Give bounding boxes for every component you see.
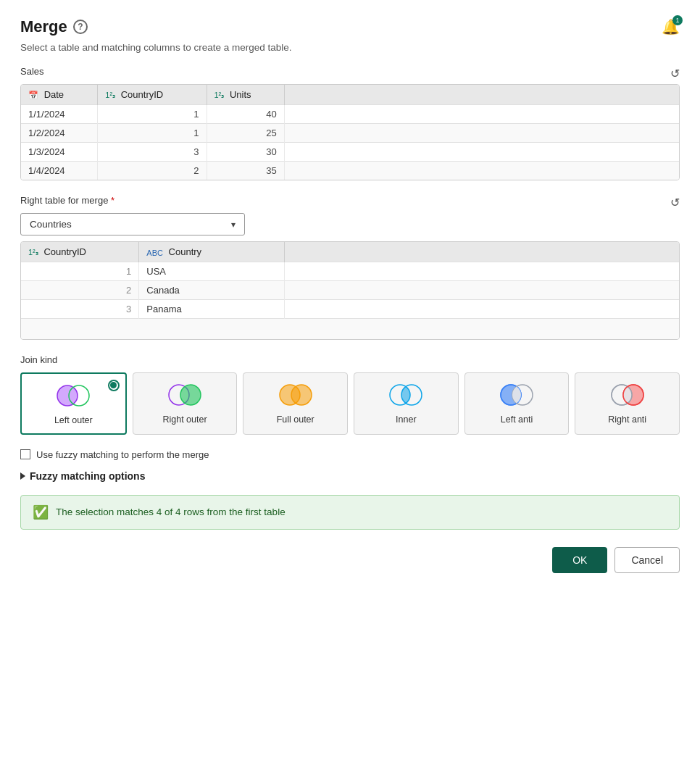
page-header: Merge ? 🔔 1 bbox=[20, 17, 680, 36]
countries-name-2: Canada bbox=[139, 281, 284, 300]
bell-badge: 1 bbox=[672, 15, 683, 25]
ok-button[interactable]: OK bbox=[552, 547, 607, 573]
chevron-right-icon bbox=[20, 472, 25, 480]
right-table-dropdown[interactable]: Countries ▾ bbox=[20, 213, 245, 235]
table-row: 1/3/2024 3 30 bbox=[21, 143, 679, 162]
right-table-section: Right table for merge * ↺ Countries ▾ 1²… bbox=[20, 195, 680, 340]
sales-table-label: Sales bbox=[20, 66, 44, 77]
cell-countryid-1: 1 bbox=[98, 105, 207, 124]
fuzzy-options-label: Fuzzy matching options bbox=[30, 470, 145, 482]
join-card-label-left-anti: Left anti bbox=[501, 414, 533, 425]
title-row: Merge ? bbox=[20, 17, 88, 36]
dropdown-value: Countries bbox=[30, 219, 72, 230]
sales-table-header: Sales ↺ bbox=[20, 66, 680, 81]
join-card-left-outer[interactable]: Left outer bbox=[20, 372, 127, 435]
cell-units-3: 30 bbox=[207, 143, 284, 162]
join-card-right-outer[interactable]: Right outer bbox=[133, 372, 238, 435]
join-card-right-anti[interactable]: Right anti bbox=[575, 372, 680, 435]
cell-empty-1 bbox=[284, 105, 679, 124]
venn-right-anti-icon bbox=[609, 382, 646, 408]
right-table-label: Right table for merge * bbox=[20, 195, 114, 206]
cell-date-4: 1/4/2024 bbox=[21, 162, 98, 180]
right-table-header-row: Right table for merge * ↺ bbox=[20, 195, 680, 210]
required-star: * bbox=[111, 195, 114, 206]
table-row: 1/1/2024 1 40 bbox=[21, 105, 679, 124]
join-card-radio-inner bbox=[110, 382, 117, 388]
table-row: 3 Panama bbox=[21, 300, 679, 319]
countries-col-empty bbox=[284, 242, 679, 262]
countries-name-3: Panama bbox=[139, 300, 284, 319]
cell-date-1: 1/1/2024 bbox=[21, 105, 98, 124]
dropdown-row: Countries ▾ bbox=[20, 213, 680, 235]
venn-inner-icon bbox=[387, 382, 425, 408]
cell-countryid-3: 3 bbox=[98, 143, 207, 162]
venn-left-anti-icon bbox=[498, 382, 536, 408]
join-card-inner[interactable]: Inner bbox=[354, 372, 459, 435]
table-row bbox=[21, 319, 679, 339]
sales-table-wrapper: 📅 Date 1²₃ CountryID 1²₃ Units 1/1/2024 … bbox=[20, 84, 680, 180]
table-row: 1/2/2024 1 25 bbox=[21, 124, 679, 143]
join-card-label-full-outer: Full outer bbox=[277, 414, 314, 425]
cell-empty-2 bbox=[284, 124, 679, 143]
countries-id-1: 1 bbox=[21, 262, 139, 281]
svg-point-0 bbox=[57, 385, 78, 406]
sales-refresh-icon[interactable]: ↺ bbox=[670, 67, 680, 80]
footer-buttons: OK Cancel bbox=[20, 547, 680, 573]
fuzzy-row: Use fuzzy matching to perform the merge bbox=[20, 449, 680, 460]
venn-full-outer-icon bbox=[277, 382, 314, 408]
svg-point-3 bbox=[180, 385, 201, 405]
cell-empty-3 bbox=[284, 143, 679, 162]
join-card-label-right-anti: Right anti bbox=[608, 414, 646, 425]
table-row: 1/4/2024 2 35 bbox=[21, 162, 679, 180]
join-card-label-right-outer: Right outer bbox=[162, 414, 207, 425]
success-banner: ✅ The selection matches 4 of 4 rows from… bbox=[20, 495, 680, 530]
sales-col-countryid[interactable]: 1²₃ CountryID bbox=[98, 85, 207, 105]
svg-point-5 bbox=[291, 385, 312, 405]
countries-table-wrapper: 1²₃ CountryID ABC Country 1 USA bbox=[20, 241, 680, 340]
countries-empty-row bbox=[21, 319, 679, 339]
join-card-full-outer[interactable]: Full outer bbox=[243, 372, 348, 435]
cancel-button[interactable]: Cancel bbox=[614, 547, 680, 573]
cell-empty-4 bbox=[284, 162, 679, 180]
join-kind-section: Join kind Left outer Right outer bbox=[20, 354, 680, 435]
page-title: Merge bbox=[20, 17, 67, 36]
sales-col-units[interactable]: 1²₃ Units bbox=[207, 85, 284, 105]
countries-empty-2 bbox=[284, 281, 679, 300]
success-text: The selection matches 4 of 4 rows from t… bbox=[56, 506, 286, 517]
notification-bell-icon[interactable]: 🔔 1 bbox=[662, 18, 680, 36]
join-card-radio-left-outer bbox=[108, 380, 120, 391]
join-kind-label: Join kind bbox=[20, 354, 680, 365]
fuzzy-options-row[interactable]: Fuzzy matching options bbox=[20, 470, 680, 482]
countries-id-3: 3 bbox=[21, 300, 139, 319]
countries-col-countryid[interactable]: 1²₃ CountryID bbox=[21, 242, 139, 262]
cell-date-3: 1/3/2024 bbox=[21, 143, 98, 162]
chevron-down-icon: ▾ bbox=[231, 220, 236, 230]
fuzzy-checkbox[interactable] bbox=[20, 449, 30, 459]
countries-empty-3 bbox=[284, 300, 679, 319]
join-card-label-inner: Inner bbox=[396, 414, 417, 425]
countries-name-1: USA bbox=[139, 262, 284, 281]
sales-col-date[interactable]: 📅 Date bbox=[21, 85, 98, 105]
table-row: 2 Canada bbox=[21, 281, 679, 300]
cell-units-4: 35 bbox=[207, 162, 284, 180]
countries-id-2: 2 bbox=[21, 281, 139, 300]
venn-left-outer-icon bbox=[54, 383, 92, 409]
table-row: 1 USA bbox=[21, 262, 679, 281]
join-card-label-left-outer: Left outer bbox=[54, 414, 93, 426]
countries-col-country[interactable]: ABC Country bbox=[139, 242, 284, 262]
join-kind-grid: Left outer Right outer Full outer bbox=[20, 372, 680, 435]
venn-right-outer-icon bbox=[166, 382, 204, 408]
subtitle: Select a table and matching columns to c… bbox=[20, 42, 680, 53]
join-card-left-anti[interactable]: Left anti bbox=[464, 372, 570, 435]
cell-units-1: 40 bbox=[207, 105, 284, 124]
right-table-refresh-icon[interactable]: ↺ bbox=[670, 196, 680, 209]
success-checkmark-icon: ✅ bbox=[33, 504, 49, 520]
help-icon[interactable]: ? bbox=[73, 20, 88, 34]
cell-countryid-4: 2 bbox=[98, 162, 207, 180]
countries-empty-1 bbox=[284, 262, 679, 281]
cell-date-2: 1/2/2024 bbox=[21, 124, 98, 143]
cell-units-2: 25 bbox=[207, 124, 284, 143]
sales-col-empty bbox=[284, 85, 679, 105]
countries-table: 1²₃ CountryID ABC Country 1 USA bbox=[21, 242, 679, 339]
sales-table: 📅 Date 1²₃ CountryID 1²₃ Units 1/1/2024 … bbox=[21, 85, 679, 180]
